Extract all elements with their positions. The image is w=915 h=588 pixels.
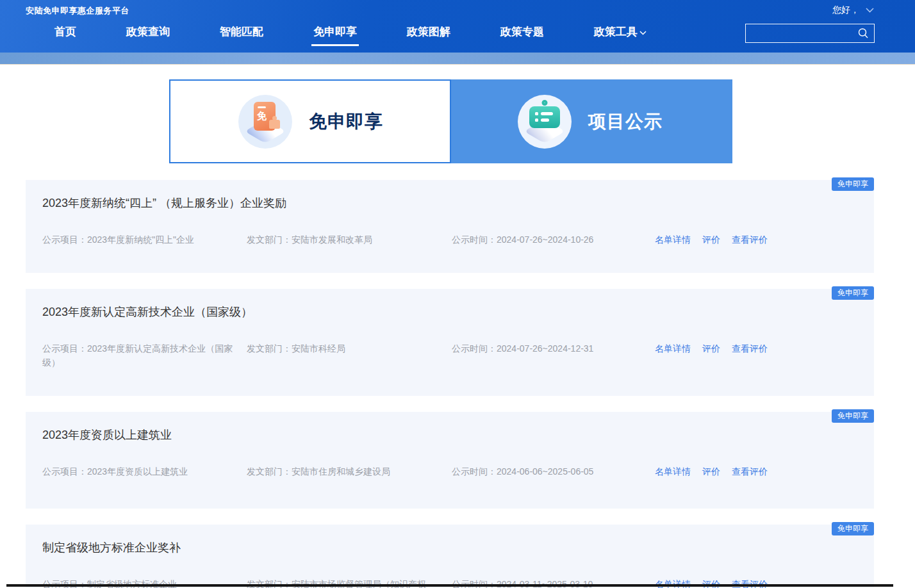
project-field: 公示项目：2023年度新认定高新技术企业（国家级） [42, 341, 247, 370]
top-header: 安陆免申即享惠企服务平台 您好， 首页 政策查询 智能匹配 免申即享 政策图解 … [0, 0, 915, 53]
project-board-icon [518, 95, 572, 149]
search-input[interactable] [752, 28, 857, 38]
publicity-card: 免申即享 2023年度新纳统“四上” （规上服务业）企业奖励 公示项目：2023… [26, 180, 874, 273]
status-badge: 免申即享 [832, 286, 874, 300]
user-greeting[interactable]: 您好， [832, 4, 874, 16]
chevron-down-icon [639, 31, 647, 35]
view-evaluation-link[interactable]: 查看评价 [732, 464, 768, 478]
card-meta: 公示项目：2023年度新纳统"四上"企业 发文部门：安陆市发展和改革局 公示时间… [42, 233, 857, 247]
card-meta: 公示项目：2023年度资质以上建筑业 发文部门：安陆市住房和城乡建设局 公示时间… [42, 464, 857, 478]
nav-item-policy-tools[interactable]: 政策工具 [594, 24, 647, 39]
time-field: 公示时间：2024-07-26~2024-10-26 [452, 233, 655, 247]
card-title: 2023年度资质以上建筑业 [42, 427, 857, 443]
chevron-down-icon [866, 8, 874, 13]
card-meta: 公示项目：2023年度新认定高新技术企业（国家级） 发文部门：安陆市科经局 公示… [42, 341, 857, 370]
tab-exemption-enjoy[interactable]: 免 免申即享 [169, 79, 451, 163]
tab-label: 项目公示 [588, 110, 663, 134]
banner-strip [0, 53, 915, 65]
status-badge: 免申即享 [832, 409, 874, 423]
site-title: 安陆免申即享惠企服务平台 [26, 5, 129, 17]
evaluate-link[interactable]: 评价 [702, 341, 720, 355]
search-icon[interactable] [857, 27, 870, 40]
status-badge: 免申即享 [832, 522, 874, 535]
nav-item-smart-match[interactable]: 智能匹配 [220, 24, 263, 39]
project-field: 公示项目：2023年度新纳统"四上"企业 [42, 233, 247, 247]
main-nav: 首页 政策查询 智能匹配 免申即享 政策图解 政策专题 政策工具 [54, 24, 647, 39]
card-title: 制定省级地方标准企业奖补 [42, 540, 857, 556]
active-underline [311, 44, 359, 46]
list-detail-link[interactable]: 名单详情 [655, 341, 691, 355]
card-title: 2023年度新纳统“四上” （规上服务业）企业奖励 [42, 195, 857, 211]
card-title: 2023年度新认定高新技术企业（国家级） [42, 304, 857, 320]
window-bottom-edge [6, 584, 893, 587]
tab-project-publicity[interactable]: 项目公示 [451, 79, 732, 163]
card-actions: 名单详情 评价 查看评价 [655, 464, 768, 478]
department-field: 发文部门：安陆市发展和改革局 [247, 233, 452, 247]
list-detail-link[interactable]: 名单详情 [655, 464, 691, 478]
tab-switcher: 免 免申即享 项目公示 [169, 79, 732, 163]
nav-item-policy-search[interactable]: 政策查询 [126, 24, 170, 39]
evaluate-link[interactable]: 评价 [702, 464, 720, 478]
publicity-card: 免申即享 2023年度资质以上建筑业 公示项目：2023年度资质以上建筑业 发文… [26, 412, 874, 509]
card-actions: 名单详情 评价 查看评价 [655, 341, 768, 355]
view-evaluation-link[interactable]: 查看评价 [732, 233, 768, 247]
status-badge: 免申即享 [832, 177, 874, 191]
department-field: 发文部门：安陆市住房和城乡建设局 [247, 464, 452, 478]
list-detail-link[interactable]: 名单详情 [655, 233, 691, 247]
tab-label: 免申即享 [309, 110, 383, 134]
greeting-text: 您好， [832, 4, 859, 16]
nav-item-policy-topics[interactable]: 政策专题 [500, 24, 544, 39]
evaluate-link[interactable]: 评价 [702, 233, 720, 247]
publicity-card: 免申即享 2023年度新认定高新技术企业（国家级） 公示项目：2023年度新认定… [26, 289, 874, 396]
nav-item-exemption-enjoy[interactable]: 免申即享 [313, 24, 357, 39]
nav-item-home[interactable]: 首页 [54, 24, 76, 39]
view-evaluation-link[interactable]: 查看评价 [732, 341, 768, 355]
time-field: 公示时间：2024-06-06~2025-06-05 [452, 464, 655, 478]
time-field: 公示时间：2024-07-26~2024-12-31 [452, 341, 655, 355]
exemption-stamp-icon: 免 [238, 95, 292, 149]
project-field: 公示项目：2023年度资质以上建筑业 [42, 464, 247, 478]
publicity-card-list: 免申即享 2023年度新纳统“四上” （规上服务业）企业奖励 公示项目：2023… [26, 180, 874, 588]
search-box[interactable] [745, 24, 875, 43]
department-field: 发文部门：安陆市科经局 [247, 341, 452, 355]
publicity-card: 免申即享 制定省级地方标准企业奖补 公示项目：制定省级地方标准企业 发文部门：安… [26, 525, 874, 588]
card-actions: 名单详情 评价 查看评价 [655, 233, 768, 247]
nav-item-policy-graphics[interactable]: 政策图解 [407, 24, 450, 39]
